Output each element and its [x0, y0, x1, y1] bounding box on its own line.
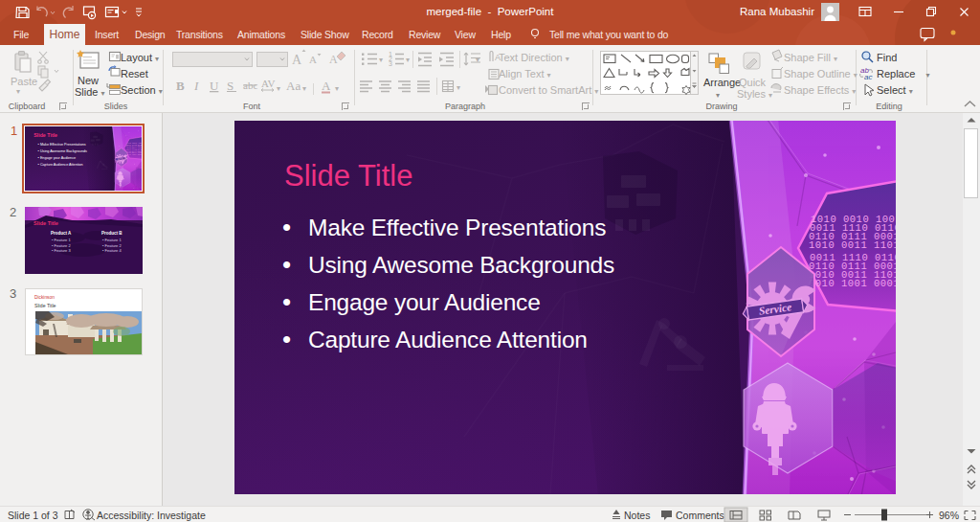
svg-text:Slide Title: Slide Title [284, 159, 412, 193]
svg-text:Aa: Aa [286, 79, 301, 93]
svg-text:U: U [210, 79, 219, 93]
svg-text:▾: ▾ [277, 84, 280, 93]
svg-text:• Engage your Audience: • Engage your Audience [38, 156, 76, 160]
svg-text:I: I [193, 79, 199, 93]
svg-text:•: • [282, 325, 291, 353]
svg-text:▾: ▾ [476, 56, 479, 64]
svg-text:• Capture Audience Attention: • Capture Audience Attention [38, 163, 83, 167]
svg-text:A: A [322, 79, 331, 93]
svg-text:Using Awesome Backgrounds: Using Awesome Backgrounds [308, 252, 614, 278]
svg-text:S: S [227, 79, 234, 93]
svg-text:•: • [282, 287, 291, 316]
svg-text:Engage your Audience: Engage your Audience [308, 289, 541, 315]
svg-text:Product B: Product B [101, 231, 122, 236]
svg-text:Product A: Product A [51, 231, 72, 236]
svg-text:Slide Title: Slide Title [33, 132, 57, 138]
svg-text:•: • [282, 213, 291, 241]
svg-text:ac: ac [864, 73, 872, 81]
svg-text:A: A [309, 54, 317, 65]
svg-text:B: B [176, 79, 185, 93]
svg-text:• Using Awesome Backgrounds: • Using Awesome Backgrounds [38, 149, 87, 153]
svg-text:• Make Effective Presentations: • Make Effective Presentations [38, 143, 86, 147]
svg-text:A: A [495, 53, 501, 62]
svg-text:3: 3 [389, 60, 392, 67]
svg-text:▾: ▾ [406, 56, 410, 64]
svg-text:• Feature 1: • Feature 1 [52, 238, 71, 242]
svg-text:A: A [329, 53, 338, 66]
svg-text:• Feature 3: • Feature 3 [52, 248, 71, 253]
svg-text:Dickinson: Dickinson [34, 295, 55, 300]
svg-text:• Feature 2: • Feature 2 [52, 243, 71, 248]
svg-text:▾: ▾ [379, 56, 383, 64]
svg-text:Slide Title: Slide Title [34, 303, 56, 308]
svg-text:▾: ▾ [335, 84, 339, 93]
svg-text:▾: ▾ [457, 83, 460, 92]
svg-text:AV: AV [261, 78, 276, 89]
svg-text:• Feature 2: • Feature 2 [102, 243, 122, 248]
svg-text:Slide Title: Slide Title [33, 220, 58, 226]
svg-text:•: • [282, 250, 291, 279]
svg-text:Make Effective Presentations: Make Effective Presentations [308, 215, 606, 240]
svg-text:• Feature 4: • Feature 4 [102, 248, 122, 253]
svg-text:A: A [292, 53, 302, 67]
svg-text:▾: ▾ [302, 84, 306, 93]
svg-text:Capture Audience Attention: Capture Audience Attention [308, 327, 588, 352]
svg-text:• Feature 1: • Feature 1 [102, 238, 122, 242]
